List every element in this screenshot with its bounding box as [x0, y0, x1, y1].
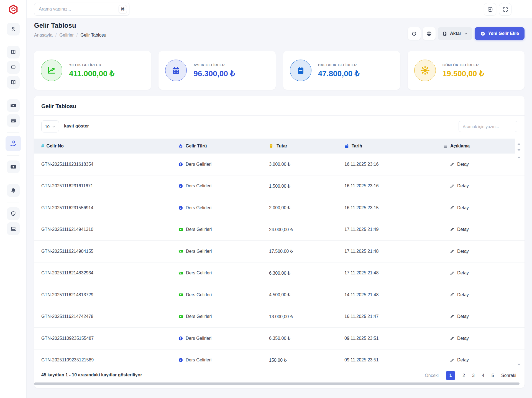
- detail-button[interactable]: Detay: [443, 292, 512, 297]
- sidebar-divider: [7, 179, 19, 179]
- sidebar-item-cash[interactable]: [7, 99, 20, 112]
- breadcrumb-home[interactable]: Anasayfa: [34, 33, 53, 38]
- column-header-aciklama[interactable]: Açıklama: [443, 144, 503, 149]
- sidebar-item-book[interactable]: [7, 46, 20, 58]
- table-row[interactable]: GTN-20251116231618354 Ders Gelirleri 3.0…: [34, 154, 525, 175]
- detail-button[interactable]: Detay: [443, 314, 512, 319]
- quick-add-button[interactable]: [484, 3, 496, 16]
- calendar-icon: [344, 144, 349, 149]
- pagination-next[interactable]: Sonraki: [501, 373, 516, 378]
- table-row[interactable]: GTN-20251116214941310 Ders Gelirleri 24.…: [34, 219, 525, 241]
- sidebar-item-income[interactable]: $: [6, 136, 21, 151]
- app-logo[interactable]: [7, 3, 19, 16]
- fullscreen-button[interactable]: [499, 3, 511, 16]
- coins-icon: [269, 144, 274, 149]
- table-row[interactable]: GTN-20251116231611671 Ders Gelirleri 1.5…: [34, 175, 525, 197]
- income-type-label: Ders Gelirleri: [186, 358, 211, 363]
- stat-value: 96.300,00 ₺: [193, 69, 235, 78]
- fullscreen-icon: [502, 6, 508, 12]
- table-row[interactable]: GTN-20251116214742478 Ders Gelirleri 13.…: [34, 306, 525, 328]
- pagination-page-2[interactable]: 2: [462, 373, 465, 378]
- sidebar-item-security[interactable]: [7, 207, 20, 220]
- column-header-gelir-turu[interactable]: Gelir Türü: [178, 144, 269, 149]
- income-no-cell: GTN-20251116231618354: [41, 162, 178, 167]
- horizontal-scrollbar-thumb[interactable]: [34, 382, 520, 385]
- sort-desc-icon[interactable]: [517, 149, 521, 151]
- income-no-cell: GTN-20251116214832934: [41, 271, 178, 275]
- refresh-icon: [411, 31, 417, 37]
- pagination-page-3[interactable]: 3: [472, 373, 475, 378]
- pagination-page-1[interactable]: 1: [446, 371, 455, 380]
- stat-value: 411.000,00 ₺: [69, 69, 114, 78]
- amount-cell: 150,00 ₺: [269, 358, 344, 363]
- breadcrumb-section[interactable]: Gelirler: [59, 33, 74, 38]
- export-button[interactable]: Aktar: [438, 27, 472, 40]
- income-type-label: Ders Gelirleri: [186, 336, 211, 341]
- detail-button[interactable]: Detay: [443, 249, 512, 254]
- column-header-tutar[interactable]: Tutar: [269, 144, 344, 149]
- sidebar-item-laptop[interactable]: [7, 61, 20, 74]
- pagination-prev[interactable]: Önceki: [425, 373, 439, 378]
- calendar-week-icon: [290, 60, 311, 81]
- pagination-page-5[interactable]: 5: [492, 373, 494, 378]
- detail-button[interactable]: Detay: [443, 162, 512, 167]
- column-header-gelir-no[interactable]: # Gelir No: [41, 143, 178, 149]
- amount-cell: 6.350,00 ₺: [269, 336, 344, 341]
- date-cell: 17.11.2025 21:48: [344, 271, 443, 275]
- sidebar-item-devices[interactable]: [7, 222, 20, 235]
- chevron-down-icon: [464, 32, 468, 36]
- horizontal-scrollbar[interactable]: [34, 382, 525, 385]
- sidebar-item-user[interactable]: [7, 23, 20, 35]
- table-controls: 10 kayıt göster: [41, 120, 517, 132]
- stat-value: 19.500,00 ₺: [443, 69, 484, 78]
- stat-cards: YILLIK GELİRLER 411.000,00 ₺ AYLIK GELİR…: [34, 51, 525, 90]
- table-row[interactable]: GTN-20251116214832934 Ders Gelirleri 6.3…: [34, 262, 525, 284]
- stat-card-monthly: AYLIK GELİRLER 96.300,00 ₺: [158, 51, 275, 90]
- plus-circle-icon: [480, 31, 485, 36]
- detail-button[interactable]: Detay: [443, 271, 512, 275]
- breadcrumb: Anasayfa / Gelirler / Gelir Tablosu: [34, 33, 106, 38]
- export-button-label: Aktar: [450, 31, 461, 36]
- print-button[interactable]: [423, 27, 436, 40]
- table-row[interactable]: GTN-20251116214813729 Ders Gelirleri 4.5…: [34, 284, 525, 306]
- stat-card-yearly: YILLIK GELİRLER 411.000,00 ₺: [34, 51, 151, 90]
- sidebar-item-library[interactable]: [7, 76, 20, 89]
- align-left-icon: [443, 144, 448, 149]
- pen-icon: [450, 227, 454, 232]
- amount-cell: 1.500,00 ₺: [269, 183, 344, 189]
- table-row[interactable]: GTN-20251116231556914 Ders Gelirleri 2.0…: [34, 197, 525, 219]
- page-size-select[interactable]: 10: [41, 120, 59, 132]
- pen-icon: [450, 336, 454, 341]
- detail-button[interactable]: Detay: [443, 227, 512, 232]
- sidebar-item-notifications[interactable]: [7, 184, 20, 197]
- pen-icon: [450, 271, 454, 275]
- table-row[interactable]: GTN-20251109235121589 Ders Gelirleri 150…: [34, 349, 525, 371]
- open-book-icon: [10, 79, 16, 85]
- sort-asc-icon[interactable]: [517, 143, 521, 145]
- income-type-label: Ders Gelirleri: [186, 205, 211, 210]
- detail-button[interactable]: Detay: [443, 336, 512, 341]
- table-row[interactable]: GTN-20251116214904155 Ders Gelirleri 17.…: [34, 241, 525, 262]
- sidebar-item-card[interactable]: [7, 114, 20, 127]
- income-no-cell: GTN-20251109235155487: [41, 336, 178, 341]
- income-type-icon: [178, 249, 183, 254]
- detail-button[interactable]: Detay: [443, 358, 512, 363]
- date-cell: 17.11.2025 21:49: [344, 227, 443, 232]
- sidebar-item-money[interactable]: [7, 160, 20, 173]
- column-header-tarih[interactable]: Tarih: [344, 144, 443, 149]
- pen-icon: [450, 205, 454, 210]
- pagination: Önceki 1 2 3 4 5 Sonraki: [425, 371, 516, 380]
- global-search-input[interactable]: Arama yapınız... ⌘: [34, 3, 129, 16]
- calendar-month-icon: [165, 60, 187, 81]
- income-no-cell: GTN-20251116214904155: [41, 249, 178, 254]
- table-row[interactable]: GTN-20251109235155487 Ders Gelirleri 6.3…: [34, 328, 525, 349]
- sidebar-divider: [7, 41, 19, 41]
- new-income-button[interactable]: Yeni Gelir Ekle: [475, 27, 525, 40]
- refresh-button[interactable]: [408, 27, 421, 40]
- table-search-input[interactable]: [459, 121, 517, 132]
- logo-hexagon-icon: [8, 4, 19, 15]
- sun-icon: [414, 60, 436, 81]
- pagination-page-4[interactable]: 4: [482, 373, 484, 378]
- detail-button[interactable]: Detay: [443, 183, 512, 188]
- detail-button[interactable]: Detay: [443, 205, 512, 210]
